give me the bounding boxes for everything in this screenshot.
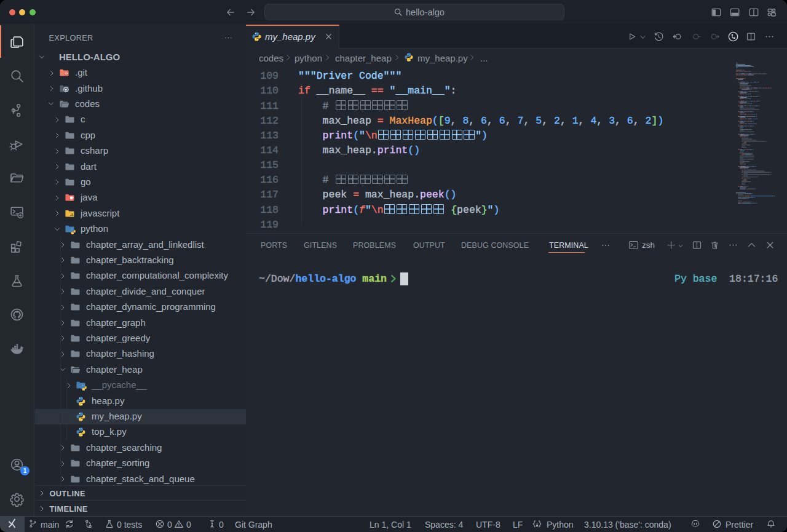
svg-text:JS: JS xyxy=(70,213,74,216)
